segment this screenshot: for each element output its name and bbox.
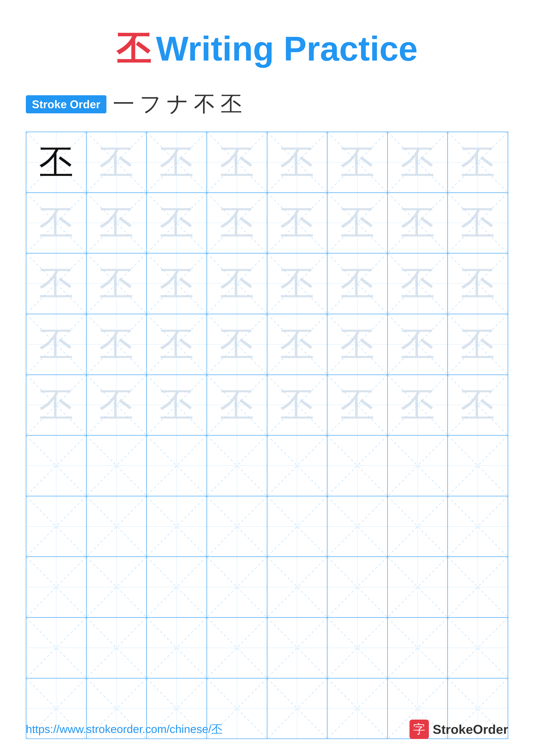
grid-cell[interactable]: 丕 — [87, 193, 147, 253]
grid-cell[interactable] — [26, 618, 87, 678]
practice-char-light: 丕 — [400, 145, 435, 179]
grid-cell[interactable]: 丕 — [388, 132, 448, 192]
grid-cell[interactable]: 丕 — [327, 375, 388, 435]
grid-cell[interactable]: 丕 — [87, 254, 147, 314]
practice-char-light: 丕 — [159, 145, 194, 179]
grid-cell[interactable] — [448, 557, 508, 617]
grid-cell[interactable] — [267, 557, 328, 617]
grid-cell[interactable] — [448, 618, 508, 678]
grid-cell[interactable]: 丕 — [26, 314, 87, 375]
practice-char-light: 丕 — [461, 266, 495, 301]
grid-cell[interactable] — [448, 436, 508, 496]
grid-cell[interactable]: 丕 — [87, 132, 147, 192]
practice-char-light: 丕 — [39, 388, 73, 422]
practice-char-light: 丕 — [340, 145, 375, 179]
grid-row — [26, 496, 508, 557]
practice-char-light: 丕 — [220, 205, 254, 240]
grid-cell[interactable]: 丕 — [267, 193, 328, 253]
grid-cell[interactable] — [327, 496, 388, 557]
stroke-4: 不 — [194, 90, 216, 119]
grid-row: 丕 丕 丕 丕 丕 丕 丕 丕 — [26, 254, 508, 314]
practice-char-light: 丕 — [39, 266, 73, 301]
grid-cell[interactable]: 丕 — [207, 132, 267, 192]
grid-cell[interactable]: 丕 — [87, 314, 147, 375]
grid-cell[interactable] — [147, 496, 207, 557]
practice-char-light: 丕 — [340, 266, 375, 301]
grid-cell[interactable]: 丕 — [267, 254, 328, 314]
grid-cell[interactable] — [87, 436, 147, 496]
grid-cell[interactable] — [147, 618, 207, 678]
grid-cell[interactable]: 丕 — [388, 193, 448, 253]
practice-char-light: 丕 — [461, 388, 495, 422]
grid-cell[interactable]: 丕 — [147, 193, 207, 253]
stroke-order-badge: Stroke Order — [26, 95, 106, 113]
grid-cell[interactable] — [327, 618, 388, 678]
grid-cell[interactable] — [327, 557, 388, 617]
grid-cell[interactable]: 丕 — [448, 375, 508, 435]
grid-cell[interactable] — [87, 618, 147, 678]
grid-cell[interactable]: 丕 — [448, 254, 508, 314]
grid-cell[interactable]: 丕 — [327, 314, 388, 375]
practice-char-light: 丕 — [340, 205, 375, 240]
grid-cell[interactable] — [207, 557, 267, 617]
grid-cell[interactable]: 丕 — [26, 193, 87, 253]
grid-cell[interactable]: 丕 — [388, 314, 448, 375]
practice-char-dark: 丕 — [39, 145, 73, 179]
grid-row — [26, 557, 508, 618]
grid-cell[interactable] — [147, 436, 207, 496]
grid-cell[interactable] — [388, 618, 448, 678]
grid-cell[interactable]: 丕 — [448, 132, 508, 192]
grid-cell[interactable] — [207, 496, 267, 557]
grid-cell[interactable] — [267, 436, 328, 496]
grid-cell[interactable] — [26, 557, 87, 617]
grid-cell[interactable]: 丕 — [207, 375, 267, 435]
practice-char-light: 丕 — [39, 205, 73, 240]
grid-cell[interactable]: 丕 — [147, 254, 207, 314]
practice-char-light: 丕 — [39, 327, 73, 362]
grid-cell[interactable]: 丕 — [147, 314, 207, 375]
practice-char-light: 丕 — [159, 388, 194, 422]
grid-cell[interactable] — [327, 436, 388, 496]
page: 丕 Writing Practice Stroke Order 一 フ ナ 不 … — [0, 0, 534, 756]
footer-url[interactable]: https://www.strokeorder.com/chinese/丕 — [26, 722, 222, 737]
grid-cell[interactable]: 丕 — [267, 375, 328, 435]
grid-cell[interactable] — [267, 496, 328, 557]
grid-cell[interactable]: 丕 — [448, 314, 508, 375]
grid-cell[interactable] — [207, 436, 267, 496]
practice-char-light: 丕 — [220, 388, 254, 422]
grid-cell[interactable] — [388, 557, 448, 617]
grid-cell[interactable]: 丕 — [207, 314, 267, 375]
grid-cell[interactable]: 丕 — [327, 132, 388, 192]
grid-cell[interactable]: 丕 — [327, 193, 388, 253]
grid-cell[interactable]: 丕 — [388, 375, 448, 435]
practice-char-light: 丕 — [461, 205, 495, 240]
grid-cell[interactable]: 丕 — [26, 254, 87, 314]
practice-char-light: 丕 — [220, 327, 254, 362]
grid-cell[interactable] — [87, 557, 147, 617]
practice-char-light: 丕 — [340, 327, 375, 362]
grid-cell[interactable] — [87, 496, 147, 557]
grid-cell[interactable]: 丕 — [87, 375, 147, 435]
grid-cell[interactable]: 丕 — [26, 132, 87, 192]
practice-char-light: 丕 — [99, 145, 134, 179]
grid-cell[interactable]: 丕 — [327, 254, 388, 314]
grid-cell[interactable] — [26, 436, 87, 496]
grid-cell[interactable] — [388, 496, 448, 557]
grid-cell[interactable] — [26, 496, 87, 557]
grid-cell[interactable]: 丕 — [207, 193, 267, 253]
grid-cell[interactable]: 丕 — [147, 132, 207, 192]
grid-cell[interactable] — [207, 618, 267, 678]
grid-cell[interactable] — [267, 618, 328, 678]
grid-cell[interactable]: 丕 — [26, 375, 87, 435]
grid-cell[interactable]: 丕 — [388, 254, 448, 314]
grid-cell[interactable]: 丕 — [147, 375, 207, 435]
title-chinese-char: 丕 — [116, 30, 151, 68]
grid-cell[interactable] — [388, 436, 448, 496]
grid-cell[interactable]: 丕 — [267, 314, 328, 375]
grid-cell[interactable]: 丕 — [207, 254, 267, 314]
grid-cell[interactable]: 丕 — [448, 193, 508, 253]
grid-cell[interactable] — [448, 496, 508, 557]
footer-logo-icon: 字 — [410, 719, 429, 739]
grid-cell[interactable]: 丕 — [267, 132, 328, 192]
grid-cell[interactable] — [147, 557, 207, 617]
